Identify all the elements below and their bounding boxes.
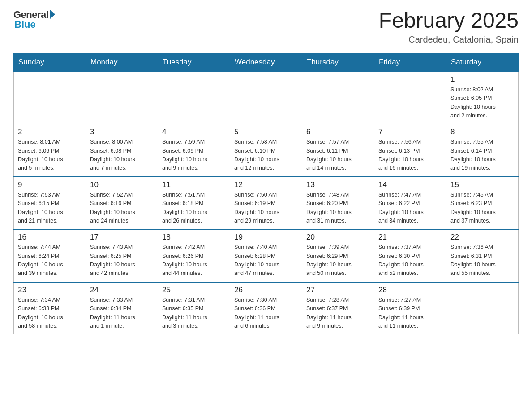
day-number: 14 [378, 180, 442, 189]
calendar-cell: 22Sunrise: 7:36 AM Sunset: 6:31 PM Dayli… [446, 229, 519, 282]
calendar-cell: 5Sunrise: 7:58 AM Sunset: 6:10 PM Daylig… [230, 124, 302, 177]
day-number: 1 [450, 75, 514, 84]
day-sun-info: Sunrise: 7:37 AM Sunset: 6:30 PM Dayligh… [378, 243, 442, 278]
col-header-thursday: Thursday [302, 53, 374, 72]
calendar-cell: 17Sunrise: 7:43 AM Sunset: 6:25 PM Dayli… [86, 229, 158, 282]
calendar-cell: 11Sunrise: 7:51 AM Sunset: 6:18 PM Dayli… [158, 177, 230, 230]
day-sun-info: Sunrise: 7:48 AM Sunset: 6:20 PM Dayligh… [306, 191, 370, 226]
day-sun-info: Sunrise: 7:52 AM Sunset: 6:16 PM Dayligh… [90, 191, 154, 226]
calendar-table: SundayMondayTuesdayWednesdayThursdayFrid… [13, 53, 519, 335]
day-sun-info: Sunrise: 7:58 AM Sunset: 6:10 PM Dayligh… [234, 138, 298, 173]
day-number: 12 [234, 180, 298, 189]
col-header-saturday: Saturday [446, 53, 519, 72]
day-sun-info: Sunrise: 7:55 AM Sunset: 6:14 PM Dayligh… [450, 138, 514, 173]
calendar-cell [446, 282, 519, 334]
day-sun-info: Sunrise: 7:30 AM Sunset: 6:36 PM Dayligh… [234, 296, 298, 331]
day-number: 22 [450, 233, 514, 242]
col-header-wednesday: Wednesday [230, 53, 302, 72]
col-header-friday: Friday [374, 53, 446, 72]
logo-arrow-icon [50, 9, 55, 19]
calendar-cell: 13Sunrise: 7:48 AM Sunset: 6:20 PM Dayli… [302, 177, 374, 230]
day-number: 19 [234, 233, 298, 242]
day-sun-info: Sunrise: 7:31 AM Sunset: 6:35 PM Dayligh… [162, 296, 226, 331]
calendar-cell: 28Sunrise: 7:27 AM Sunset: 6:39 PM Dayli… [374, 282, 446, 334]
calendar-cell: 3Sunrise: 8:00 AM Sunset: 6:08 PM Daylig… [86, 124, 158, 177]
calendar-cell: 14Sunrise: 7:47 AM Sunset: 6:22 PM Dayli… [374, 177, 446, 230]
col-header-tuesday: Tuesday [158, 53, 230, 72]
day-sun-info: Sunrise: 7:50 AM Sunset: 6:19 PM Dayligh… [234, 191, 298, 226]
calendar-cell: 10Sunrise: 7:52 AM Sunset: 6:16 PM Dayli… [86, 177, 158, 230]
col-header-sunday: Sunday [14, 53, 86, 72]
day-sun-info: Sunrise: 7:40 AM Sunset: 6:28 PM Dayligh… [234, 243, 298, 278]
day-number: 8 [450, 128, 514, 137]
day-number: 13 [306, 180, 370, 189]
week-row-1: 1Sunrise: 8:02 AM Sunset: 6:05 PM Daylig… [14, 72, 519, 124]
calendar-cell: 23Sunrise: 7:34 AM Sunset: 6:33 PM Dayli… [14, 282, 86, 334]
day-number: 28 [378, 286, 442, 295]
day-sun-info: Sunrise: 7:56 AM Sunset: 6:13 PM Dayligh… [378, 138, 442, 173]
calendar-cell: 12Sunrise: 7:50 AM Sunset: 6:19 PM Dayli… [230, 177, 302, 230]
calendar-cell [374, 72, 446, 124]
day-sun-info: Sunrise: 7:51 AM Sunset: 6:18 PM Dayligh… [162, 191, 226, 226]
day-number: 7 [378, 128, 442, 137]
calendar-cell: 8Sunrise: 7:55 AM Sunset: 6:14 PM Daylig… [446, 124, 519, 177]
day-number: 9 [18, 180, 82, 189]
day-sun-info: Sunrise: 7:59 AM Sunset: 6:09 PM Dayligh… [162, 138, 226, 173]
calendar-cell: 20Sunrise: 7:39 AM Sunset: 6:29 PM Dayli… [302, 229, 374, 282]
page-header: General Blue February 2025 Cardedeu, Cat… [13, 9, 519, 45]
week-row-2: 2Sunrise: 8:01 AM Sunset: 6:06 PM Daylig… [14, 124, 519, 177]
day-number: 23 [18, 286, 82, 295]
day-number: 27 [306, 286, 370, 295]
calendar-cell: 26Sunrise: 7:30 AM Sunset: 6:36 PM Dayli… [230, 282, 302, 334]
calendar-cell: 4Sunrise: 7:59 AM Sunset: 6:09 PM Daylig… [158, 124, 230, 177]
calendar-cell: 24Sunrise: 7:33 AM Sunset: 6:34 PM Dayli… [86, 282, 158, 334]
day-number: 24 [90, 286, 154, 295]
day-sun-info: Sunrise: 8:01 AM Sunset: 6:06 PM Dayligh… [18, 138, 82, 173]
day-sun-info: Sunrise: 7:57 AM Sunset: 6:11 PM Dayligh… [306, 138, 370, 173]
week-row-3: 9Sunrise: 7:53 AM Sunset: 6:15 PM Daylig… [14, 177, 519, 230]
calendar-cell: 1Sunrise: 8:02 AM Sunset: 6:05 PM Daylig… [446, 72, 519, 124]
day-sun-info: Sunrise: 7:33 AM Sunset: 6:34 PM Dayligh… [90, 296, 154, 331]
day-number: 4 [162, 128, 226, 137]
day-number: 17 [90, 233, 154, 242]
col-header-monday: Monday [86, 53, 158, 72]
calendar-cell: 6Sunrise: 7:57 AM Sunset: 6:11 PM Daylig… [302, 124, 374, 177]
day-sun-info: Sunrise: 7:28 AM Sunset: 6:37 PM Dayligh… [306, 296, 370, 331]
day-number: 26 [234, 286, 298, 295]
calendar-cell: 16Sunrise: 7:44 AM Sunset: 6:24 PM Dayli… [14, 229, 86, 282]
calendar-cell: 9Sunrise: 7:53 AM Sunset: 6:15 PM Daylig… [14, 177, 86, 230]
logo: General Blue [13, 9, 55, 30]
calendar-cell: 2Sunrise: 8:01 AM Sunset: 6:06 PM Daylig… [14, 124, 86, 177]
calendar-header-row: SundayMondayTuesdayWednesdayThursdayFrid… [14, 53, 519, 72]
day-sun-info: Sunrise: 8:00 AM Sunset: 6:08 PM Dayligh… [90, 138, 154, 173]
day-number: 3 [90, 128, 154, 137]
calendar-cell: 25Sunrise: 7:31 AM Sunset: 6:35 PM Dayli… [158, 282, 230, 334]
logo-blue-text: Blue [14, 19, 36, 30]
day-number: 11 [162, 180, 226, 189]
day-number: 20 [306, 233, 370, 242]
calendar-cell: 15Sunrise: 7:46 AM Sunset: 6:23 PM Dayli… [446, 177, 519, 230]
day-sun-info: Sunrise: 7:34 AM Sunset: 6:33 PM Dayligh… [18, 296, 82, 331]
week-row-5: 23Sunrise: 7:34 AM Sunset: 6:33 PM Dayli… [14, 282, 519, 334]
day-sun-info: Sunrise: 7:42 AM Sunset: 6:26 PM Dayligh… [162, 243, 226, 278]
calendar-cell [302, 72, 374, 124]
day-sun-info: Sunrise: 7:39 AM Sunset: 6:29 PM Dayligh… [306, 243, 370, 278]
day-number: 2 [18, 128, 82, 137]
day-sun-info: Sunrise: 7:43 AM Sunset: 6:25 PM Dayligh… [90, 243, 154, 278]
day-sun-info: Sunrise: 7:46 AM Sunset: 6:23 PM Dayligh… [450, 191, 514, 226]
calendar-cell: 18Sunrise: 7:42 AM Sunset: 6:26 PM Dayli… [158, 229, 230, 282]
day-sun-info: Sunrise: 7:36 AM Sunset: 6:31 PM Dayligh… [450, 243, 514, 278]
title-area: February 2025 Cardedeu, Catalonia, Spain [379, 9, 519, 45]
calendar-cell [14, 72, 86, 124]
day-sun-info: Sunrise: 7:44 AM Sunset: 6:24 PM Dayligh… [18, 243, 82, 278]
day-number: 21 [378, 233, 442, 242]
day-sun-info: Sunrise: 7:47 AM Sunset: 6:22 PM Dayligh… [378, 191, 442, 226]
day-number: 15 [450, 180, 514, 189]
calendar-cell: 21Sunrise: 7:37 AM Sunset: 6:30 PM Dayli… [374, 229, 446, 282]
location-subtitle: Cardedeu, Catalonia, Spain [379, 34, 519, 45]
day-number: 18 [162, 233, 226, 242]
calendar-cell [230, 72, 302, 124]
day-number: 16 [18, 233, 82, 242]
day-number: 6 [306, 128, 370, 137]
day-sun-info: Sunrise: 8:02 AM Sunset: 6:05 PM Dayligh… [450, 86, 514, 120]
